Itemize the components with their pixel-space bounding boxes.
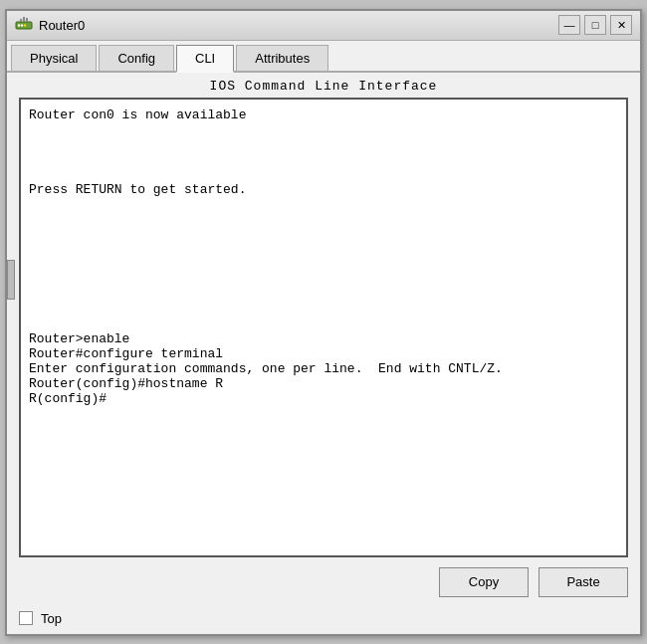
cli-area-container: Router con0 is now available Press RETUR… xyxy=(7,98,640,557)
minimize-button[interactable]: — xyxy=(558,15,580,35)
svg-point-1 xyxy=(18,24,20,26)
svg-rect-6 xyxy=(26,18,28,22)
title-bar-left: Router0 xyxy=(15,16,85,34)
bottom-bar: Top xyxy=(7,607,640,634)
copy-button[interactable]: Copy xyxy=(439,567,529,597)
svg-rect-4 xyxy=(23,17,25,22)
tab-attributes[interactable]: Attributes xyxy=(236,45,328,71)
tab-config[interactable]: Config xyxy=(99,45,174,71)
close-button[interactable]: ✕ xyxy=(610,15,632,35)
tab-physical[interactable]: Physical xyxy=(11,45,97,71)
window-title: Router0 xyxy=(39,18,85,33)
section-title: IOS Command Line Interface xyxy=(7,73,640,98)
main-window: Router0 — □ ✕ Physical Config CLI Attrib… xyxy=(5,9,642,636)
svg-rect-5 xyxy=(20,19,22,22)
maximize-button[interactable]: □ xyxy=(584,15,606,35)
resize-handle[interactable] xyxy=(7,260,15,300)
top-checkbox[interactable] xyxy=(19,611,33,625)
title-controls: — □ ✕ xyxy=(558,15,632,35)
router-icon xyxy=(15,16,33,34)
svg-point-2 xyxy=(21,24,23,26)
title-bar: Router0 — □ ✕ xyxy=(7,11,640,41)
paste-button[interactable]: Paste xyxy=(539,567,628,597)
tab-bar: Physical Config CLI Attributes xyxy=(7,41,640,73)
button-row: Copy Paste xyxy=(7,557,640,607)
svg-point-3 xyxy=(24,24,26,26)
top-label[interactable]: Top xyxy=(41,611,62,626)
tab-cli[interactable]: CLI xyxy=(176,45,234,73)
cli-terminal[interactable]: Router con0 is now available Press RETUR… xyxy=(19,98,628,557)
